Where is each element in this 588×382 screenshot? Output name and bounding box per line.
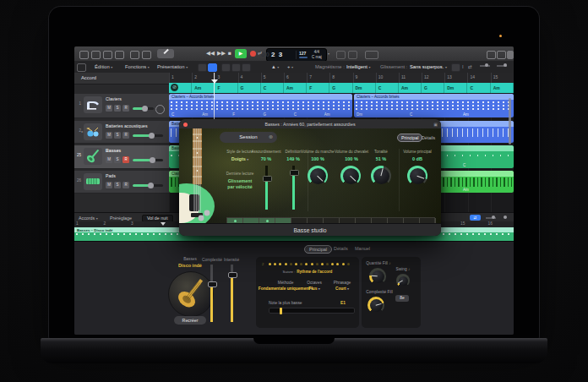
region-claviers-a[interactable]: Claviers – Accords brisés CAmFGCAm — [169, 94, 352, 117]
neck-volume-knob[interactable] — [308, 166, 328, 186]
record-enable-button[interactable]: R — [122, 132, 129, 139]
global-track-header[interactable]: Accord — [74, 73, 169, 85]
snap-button[interactable] — [451, 63, 460, 72]
volume-slider[interactable] — [133, 134, 163, 137]
swing-knob[interactable] — [396, 274, 410, 287]
pointer-tool-menu[interactable]: ▲ ▾ — [271, 64, 279, 69]
mute-button[interactable]: M — [106, 132, 112, 139]
zoom-h-thumb[interactable] — [485, 63, 488, 67]
magnetisme-value[interactable]: Intelligent ▾ — [346, 64, 370, 69]
suivre-row[interactable]: Suivre : Rythme de l'accord — [256, 269, 359, 274]
inspector-icon[interactable] — [91, 51, 101, 59]
volume-slider[interactable] — [133, 159, 163, 161]
fill-amount-knob[interactable] — [369, 268, 386, 285]
list-editors-icon[interactable] — [487, 51, 496, 59]
mixer-icon[interactable] — [103, 51, 112, 59]
volume-slider[interactable] — [133, 107, 154, 110]
editors-icon[interactable] — [130, 51, 139, 59]
player-preset-value[interactable]: Disco indé — [169, 263, 211, 268]
menu-presentation[interactable]: Présentation ▾ — [157, 64, 188, 69]
solo-button[interactable]: S — [114, 105, 121, 112]
complexite-slider[interactable] — [210, 265, 213, 322]
track-name: Batteries acoustiques — [106, 123, 165, 128]
replace-icon[interactable] — [348, 51, 357, 59]
region-claviers-b[interactable]: Claviers – Accords brisés DmCAm — [354, 94, 514, 117]
solo-button[interactable]: S — [114, 182, 121, 188]
record-button[interactable] — [250, 51, 256, 57]
track-row-basses[interactable]: 25 Basses M S R — [74, 145, 169, 169]
forward-button[interactable]: ▶▶ — [217, 50, 226, 57]
rhythm-pattern-dots[interactable] — [269, 263, 352, 265]
tab-details[interactable]: Détails — [334, 246, 348, 251]
track-row-batteries[interactable]: 2 ▸ Batteries acoustiques M S R — [74, 121, 169, 144]
intensite-slider[interactable] — [231, 265, 233, 322]
play-button[interactable]: ▶ — [235, 49, 247, 58]
crosshair-tool-button[interactable] — [231, 63, 241, 72]
menu-fonctions[interactable]: Fonctions ▾ — [125, 64, 150, 69]
accords-menu[interactable]: Accords ▾ — [79, 216, 98, 221]
record-enable-button[interactable]: R — [122, 182, 129, 188]
plugin-tab-principal[interactable]: Principal — [397, 134, 422, 142]
track-row-claviers[interactable]: 1 Claviers M S R — [74, 94, 169, 118]
tab-manuel[interactable]: Manuel — [355, 246, 370, 251]
secondary-tool-menu[interactable]: + ▾ — [287, 64, 293, 69]
solo-button[interactable]: S — [114, 156, 121, 163]
main-volume-knob[interactable] — [407, 166, 427, 186]
volume-slider[interactable] — [133, 184, 163, 187]
quick-help-button[interactable] — [157, 49, 174, 58]
track-row-pads[interactable]: 26 Pads M S R — [74, 171, 169, 194]
tab-principal[interactable]: Principal — [304, 245, 332, 254]
master-level-icon[interactable] — [365, 51, 378, 59]
link-mode-button[interactable]: ⇄ — [470, 215, 481, 221]
rchord-item: Am — [460, 188, 514, 193]
prereglage-label[interactable]: Préréglage — [110, 216, 132, 221]
browser-icon[interactable] — [507, 51, 514, 59]
glissement-value[interactable]: Sans superpos. ▾ — [410, 64, 447, 69]
tone-knob[interactable] — [371, 166, 391, 186]
eighth-note-button[interactable]: 8e — [395, 295, 409, 302]
hide-groups-icon[interactable] — [77, 63, 86, 72]
editor-zoom-thumb[interactable] — [492, 216, 495, 219]
resize-icon[interactable]: ▣ — [433, 122, 438, 127]
record-enable-button[interactable]: R — [122, 156, 129, 163]
mute-button[interactable]: M — [106, 156, 112, 163]
stop-button[interactable]: ■ — [228, 50, 231, 56]
editor-options-dot[interactable] — [504, 216, 507, 219]
menu-edition[interactable]: Édition ▾ — [95, 64, 112, 69]
solo-button[interactable]: S — [114, 132, 121, 139]
plugin-tab-details[interactable]: Détails — [422, 135, 435, 140]
zoom-v-thumb[interactable] — [504, 63, 507, 67]
bridge-volume-knob[interactable] — [340, 166, 361, 186]
record-enable-button[interactable]: R — [122, 105, 129, 112]
catch-playhead-button[interactable] — [242, 63, 251, 72]
octaves-value[interactable]: Plus ▾ — [302, 286, 326, 291]
text-tool-icon[interactable]: I — [462, 64, 464, 69]
pan-knob[interactable] — [155, 105, 165, 114]
regenerate-button[interactable]: Recréer — [174, 316, 206, 325]
definition-slider[interactable] — [292, 166, 295, 210]
lowest-note-slider[interactable] — [269, 308, 355, 314]
mute-button[interactable]: M — [106, 105, 112, 112]
preset-selector[interactable]: Session ⊛ — [220, 132, 277, 143]
assourdissement-slider[interactable] — [265, 166, 268, 210]
lcd-chevron-icon[interactable]: ▾ — [328, 52, 329, 56]
pencil-tool-button[interactable] — [221, 63, 231, 72]
fill-complexity-knob[interactable] — [368, 297, 384, 314]
editor-playhead-marker[interactable] — [161, 222, 166, 226]
mute-button[interactable]: M — [106, 182, 112, 188]
loops-icon[interactable] — [142, 51, 151, 59]
lcd-display[interactable]: 002 3 127 4/4C maj — [266, 48, 327, 62]
phrasage-value[interactable]: Court ▾ — [329, 286, 356, 291]
rewind-button[interactable]: ◀◀ — [206, 50, 215, 57]
note-pads-icon[interactable] — [497, 51, 506, 59]
view-grid-button[interactable] — [208, 63, 217, 72]
library-icon[interactable] — [79, 51, 89, 59]
vertical-scrollbar[interactable] — [509, 98, 511, 145]
gear-icon[interactable]: ⊛ — [269, 132, 273, 143]
chord-track-power-icon[interactable]: ⊘ — [171, 84, 178, 91]
smart-controls-icon[interactable] — [115, 51, 124, 59]
solo-off-icon[interactable] — [336, 51, 346, 59]
zoom-fit-icon[interactable]: ⇄ — [468, 64, 472, 69]
view-list-button[interactable] — [198, 63, 207, 72]
chord-track[interactable]: CAmFGCAmFGDmCAmGDmCAm — [169, 83, 514, 93]
